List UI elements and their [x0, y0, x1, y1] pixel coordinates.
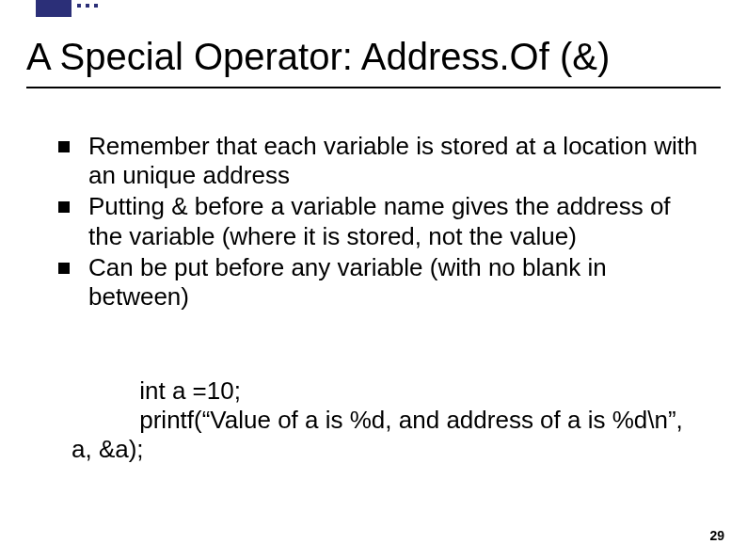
bullet-item: Can be put before any variable (with no … — [58, 253, 702, 312]
bullet-item: Putting & before a variable name gives t… — [58, 192, 702, 250]
title-underline — [26, 87, 721, 88]
accent-strip — [0, 0, 747, 17]
accent-dots — [77, 4, 98, 8]
bullet-item: Remember that each variable is stored at… — [58, 132, 702, 190]
bullet-text: Putting & before a variable name gives t… — [88, 192, 702, 250]
slide-title: A Special Operator: Address.Of (&) — [26, 36, 610, 78]
square-bullet-icon — [58, 201, 70, 213]
accent-block — [36, 0, 72, 17]
bullet-text: Can be put before any variable (with no … — [88, 253, 702, 312]
code-example: int a =10; printf(“Value of a is %d, and… — [72, 376, 702, 465]
page-number: 29 — [709, 528, 724, 543]
square-bullet-icon — [58, 263, 70, 274]
bullet-list: Remember that each variable is stored at… — [58, 132, 702, 313]
square-bullet-icon — [58, 141, 70, 152]
bullet-text: Remember that each variable is stored at… — [88, 132, 702, 190]
